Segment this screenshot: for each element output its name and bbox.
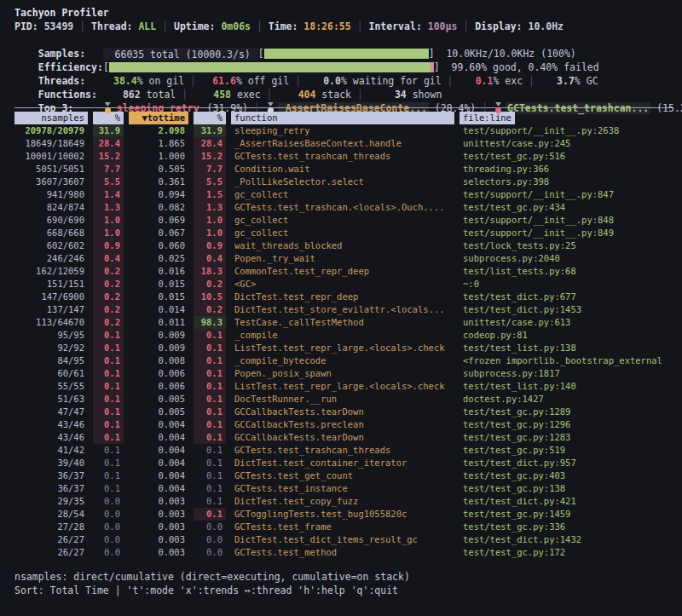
table-row: 20978/2097931.92.09831.9sleeping_retryte… [14,124,675,137]
cell-nsamples: 147/6900 [14,291,88,303]
thread-stat-suffix: % on gil [137,75,184,87]
status-label: Interval: [369,20,428,32]
cell-pct-cumulative: 0.4 [194,252,226,265]
cell-file-line: test/test_gc.py:434 [459,201,675,214]
cell-pct-direct: 0.2 [93,291,124,303]
cell-function: GCTogglingTests.test_bug1055820c [231,508,454,521]
cell-nsamples: 162/12059 [14,265,88,278]
cell-nsamples: 92/92 [14,342,88,354]
table-row: 92/920.10.0090.1ListTest.test_repr_large… [14,342,675,354]
cell-pct-direct: 0.1 [93,393,124,406]
table-row: 51/630.10.0050.1DocTestRunner.__rundocte… [14,393,675,406]
table-row: 3607/36075.50.3615.5_PollLikeSelector.se… [14,176,675,188]
cell-pct-direct: 0.9 [93,239,124,252]
cell-file-line: test/test_gc.py:1283 [459,431,675,444]
cell-pct-direct: 1.4 [93,188,124,201]
cell-function: ListTest.test_repr_large.<locals>.check [231,380,454,393]
silver-medal-icon [267,102,275,113]
status-value: 100µs [428,20,458,32]
cell-pct-direct: 0.2 [93,278,124,291]
table-row: 10001/1000215.21.00015.2GCTests.test_tra… [14,150,675,163]
column-header-pct-cumulative[interactable]: % [194,112,226,124]
table-row: 28/540.00.0030.1GCTogglingTests.test_bug… [14,508,675,521]
cell-file-line: doctest.py:1427 [459,393,675,406]
cell-file-line: codeop.py:81 [459,329,675,342]
threads-segments: 38.4% on gil │ 61.6% off gil │ 0.0% wait… [103,75,598,87]
cell-tottime: 0.009 [129,342,188,354]
cell-nsamples: 3607/3607 [14,176,88,188]
cell-file-line: test/support/__init__.py:2638 [459,124,675,137]
cell-pct-cumulative: 5.5 [194,176,226,188]
cell-tottime: 0.009 [129,329,188,342]
table-row: 36/370.10.0040.1GCTests.test_get_countte… [14,469,675,482]
cell-file-line: test/test_gc.py:138 [459,482,675,495]
function-stat-value: 862 [103,88,141,101]
column-header-nsamples[interactable]: nsamples [14,112,88,124]
status-value: 10.0Hz [528,20,564,32]
function-stat-suffix: stack [315,89,351,101]
column-header-pct-direct[interactable]: % [93,112,124,124]
cell-function: GCCallbackTests.preclean [231,418,454,431]
cell-function: Condition.wait [231,163,454,176]
cell-pct-cumulative: 0.1 [194,444,226,457]
cell-file-line: unittest/case.py:613 [459,316,675,329]
cell-file-line: selectors.py:398 [459,176,675,188]
samples-total: 66035 total (10000.3/s) [103,48,258,60]
cell-pct-cumulative: 10.5 [194,291,226,303]
cell-pct-direct: 0.1 [93,469,124,482]
column-header-tottime-sorted[interactable]: ▼tottime [129,112,188,124]
thread-stat-value: 0.0 [307,74,341,88]
table-row: 84/950.10.0080.1_compile_bytecode<frozen… [14,354,675,367]
efficiency-label: Efficiency: [38,61,103,73]
cell-tottime: 0.014 [129,303,188,316]
cell-pct-direct: 0.0 [93,508,124,521]
cell-function: GCTests.test_frame [231,521,454,533]
cell-pct-direct: 0.0 [93,546,124,559]
samples-bar [264,49,429,59]
cell-tottime: 0.505 [129,163,188,176]
cell-function: GCTests.test_trashcan_threads [231,444,454,457]
cell-tottime: 0.004 [129,469,188,482]
cell-pct-cumulative: 0.1 [194,354,226,367]
column-header-file-line[interactable]: file:line [459,112,675,124]
table-row: 246/2460.40.0250.4Popen._try_waitsubproc… [14,252,675,265]
functions-label: Functions: [38,88,103,101]
table-row: 36/370.10.0040.1GCTests.test_instancetes… [14,482,675,495]
cell-nsamples: 36/37 [14,469,88,482]
cell-file-line: test/test_dict.py:957 [459,457,675,469]
cell-tottime: 0.006 [129,380,188,393]
cell-nsamples: 10001/10002 [14,150,88,163]
status-label: Thread: [91,20,138,32]
table-row: 95/950.10.0090.1_compilecodeop.py:81 [14,329,675,342]
status-line: PID: 53499 │ Thread: ALL │ Uptime: 0m06s… [14,20,675,33]
cell-pct-cumulative: 28.4 [194,137,226,150]
cell-tottime: 0.004 [129,444,188,457]
cell-nsamples: 18649/18649 [14,137,88,150]
cell-pct-cumulative: 0.0 [194,521,226,533]
cell-pct-direct: 0.1 [93,329,124,342]
table-row: 690/6901.00.0691.0gc_collecttest/support… [14,214,675,227]
column-header-function[interactable]: function [231,112,454,124]
cell-tottime: 0.060 [129,239,188,252]
app-title: Tachyon Profiler [14,6,675,20]
cell-function: GCTests.test_get_count [231,469,454,482]
table-row: 29/350.00.0030.1DictTest.test_copy_fuzzt… [14,495,675,508]
cell-pct-cumulative: 0.0 [194,533,226,546]
thread-stat-value: 3.7 [540,74,575,88]
status-label: Uptime: [174,20,221,32]
function-stat-value: 34 [369,88,407,101]
table-header: nsamples % ▼tottime % function file:line [14,112,675,124]
cell-pct-direct: 0.1 [93,354,124,367]
cell-pct-cumulative: 0.0 [194,546,226,559]
status-value: ALL [138,20,156,32]
cell-pct-cumulative: 0.1 [194,393,226,406]
thread-stat-suffix: % exc [493,75,523,87]
cell-file-line: test/test_list.py:138 [459,342,675,354]
cell-pct-cumulative: 15.2 [194,150,226,163]
cell-tottime: 0.005 [129,393,188,406]
cell-nsamples: 151/151 [14,278,88,291]
cell-nsamples: 41/42 [14,444,88,457]
function-stat-suffix: shown [407,89,442,101]
samples-row: Samples: 66035 total (10000.3/s)[] 10.0K… [14,33,675,47]
profiler-window: Tachyon Profiler PID: 53499 │ Thread: AL… [0,0,682,597]
